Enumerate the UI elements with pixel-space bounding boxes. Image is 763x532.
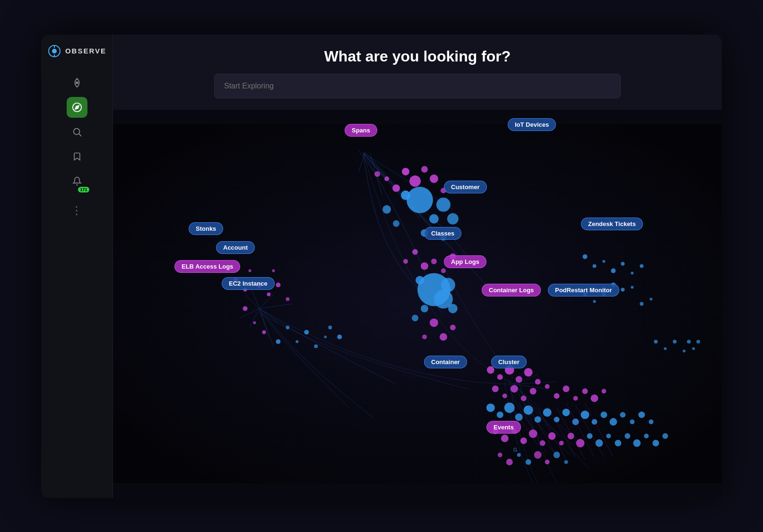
sidebar-item-explore[interactable] (67, 97, 87, 118)
svg-point-168 (673, 340, 676, 343)
svg-point-39 (272, 269, 275, 272)
svg-point-150 (606, 434, 611, 438)
node-ec2[interactable]: EC2 Instance (222, 277, 275, 290)
node-zendesk[interactable]: Zendesk Tickets (581, 218, 643, 230)
svg-point-54 (409, 175, 421, 186)
svg-point-115 (563, 385, 570, 392)
svg-point-73 (431, 258, 437, 264)
svg-point-162 (545, 459, 550, 464)
svg-point-46 (286, 325, 289, 329)
node-events[interactable]: Events (486, 421, 521, 434)
svg-point-128 (563, 409, 570, 416)
svg-point-72 (421, 262, 428, 270)
svg-point-53 (402, 167, 409, 175)
bell-icon (72, 176, 82, 186)
node-customer[interactable]: Customer (444, 181, 487, 193)
svg-point-125 (535, 416, 541, 423)
svg-point-98 (593, 300, 596, 303)
svg-point-41 (286, 297, 289, 301)
svg-point-124 (524, 405, 533, 415)
node-containerlogs[interactable]: Container Logs (482, 284, 541, 297)
svg-point-111 (521, 395, 527, 401)
svg-point-118 (590, 394, 598, 402)
svg-point-112 (530, 388, 537, 394)
svg-marker-7 (75, 105, 79, 109)
svg-point-137 (649, 419, 653, 424)
node-spans[interactable]: Spans (345, 124, 377, 137)
svg-point-110 (511, 385, 518, 392)
svg-point-50 (324, 335, 327, 338)
svg-point-64 (447, 213, 459, 224)
svg-point-113 (545, 384, 550, 389)
svg-point-91 (621, 262, 624, 265)
svg-point-159 (517, 453, 521, 457)
page-title: What are you looking for? (324, 48, 511, 65)
svg-point-36 (249, 269, 251, 272)
svg-point-63 (436, 197, 451, 211)
svg-point-135 (630, 419, 634, 424)
svg-point-171 (692, 347, 695, 350)
node-applogs[interactable]: App Logs (444, 255, 486, 268)
svg-point-93 (640, 264, 643, 268)
svg-text:G: G (513, 447, 518, 453)
svg-point-51 (328, 325, 332, 329)
svg-point-134 (620, 412, 625, 418)
svg-point-143 (540, 440, 546, 446)
svg-point-43 (253, 321, 256, 324)
svg-point-107 (535, 379, 541, 384)
svg-point-100 (640, 302, 643, 305)
svg-point-70 (412, 249, 418, 254)
sidebar-item-search[interactable] (67, 122, 87, 142)
search-input[interactable] (224, 82, 611, 90)
node-elb[interactable]: ELB Access Logs (174, 260, 240, 273)
svg-point-170 (687, 340, 691, 343)
svg-point-86 (422, 334, 427, 339)
svg-point-131 (591, 419, 597, 425)
main-content: What are you looking for? (113, 35, 722, 498)
sidebar-item-alerts[interactable]: 171 (67, 171, 87, 192)
svg-point-38 (267, 292, 270, 296)
svg-point-96 (631, 286, 633, 288)
svg-point-47 (295, 340, 298, 343)
node-cluster[interactable]: Cluster (491, 356, 527, 368)
svg-point-85 (440, 333, 447, 340)
svg-point-62 (407, 186, 433, 213)
svg-point-103 (497, 374, 503, 380)
svg-point-152 (624, 433, 630, 439)
sidebar-item-launch[interactable] (67, 72, 87, 93)
svg-point-164 (564, 460, 568, 463)
svg-point-87 (582, 254, 587, 259)
svg-point-136 (638, 411, 645, 418)
alerts-badge: 171 (78, 187, 89, 192)
search-bar[interactable] (214, 74, 621, 98)
svg-point-60 (374, 171, 380, 176)
svg-point-65 (429, 214, 439, 223)
node-podrestart[interactable]: PodRestart Monitor (548, 284, 619, 297)
svg-point-74 (441, 268, 446, 273)
node-classes[interactable]: Classes (424, 227, 461, 240)
svg-point-105 (516, 376, 522, 383)
sidebar-item-bookmarks[interactable] (67, 146, 87, 167)
svg-point-49 (314, 344, 318, 348)
node-account[interactable]: Account (216, 241, 255, 254)
svg-point-117 (582, 388, 588, 394)
node-iot-devices[interactable]: IoT Devices (508, 118, 556, 131)
svg-point-84 (450, 324, 456, 330)
svg-point-126 (543, 408, 552, 417)
svg-point-48 (304, 330, 309, 334)
svg-point-116 (573, 396, 578, 401)
node-stonks[interactable]: Stonks (189, 222, 223, 235)
svg-point-52 (337, 334, 342, 339)
svg-point-106 (524, 368, 533, 376)
svg-point-80 (448, 304, 458, 313)
svg-point-119 (601, 389, 606, 393)
svg-point-59 (392, 184, 400, 192)
bookmark-icon (72, 151, 82, 162)
sidebar-item-more[interactable]: ⋮ (67, 200, 87, 221)
svg-point-8 (73, 128, 79, 134)
svg-point-122 (504, 402, 515, 413)
svg-point-114 (554, 393, 560, 399)
node-container[interactable]: Container (424, 356, 467, 368)
svg-point-141 (520, 437, 527, 444)
svg-point-147 (576, 439, 584, 447)
